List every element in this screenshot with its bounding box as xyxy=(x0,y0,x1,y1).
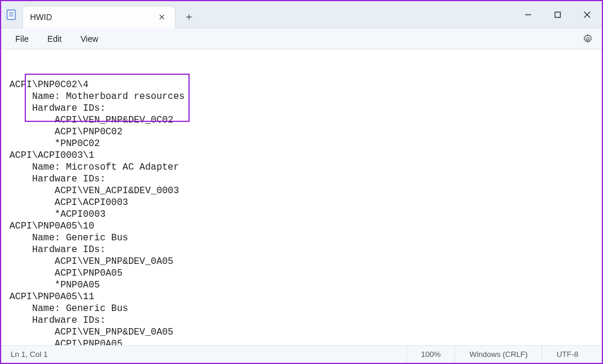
editor-line: ACPI\VEN_ACPI&DEV_0003 xyxy=(9,185,597,197)
menu-edit[interactable]: Edit xyxy=(39,32,70,46)
close-window-button[interactable] xyxy=(572,1,602,28)
editor-line: ACPI\PNP0C02 xyxy=(9,126,597,138)
text-editor[interactable]: ACPI\PNP0C02\4 Name: Motherboard resourc… xyxy=(1,49,602,345)
editor-line: ACPI\PNP0C02\4 xyxy=(9,79,597,91)
editor-line: ACPI\PNP0A05 xyxy=(9,267,597,279)
status-zoom[interactable]: 100% xyxy=(406,346,455,363)
editor-line: *PNP0A05 xyxy=(9,279,597,291)
editor-line: ACPI\PNP0A05\10 xyxy=(9,220,597,232)
editor-line: ACPI\ACPI0003\1 xyxy=(9,150,597,161)
status-line-ending[interactable]: Windows (CRLF) xyxy=(455,346,542,363)
editor-line: ACPI\PNP0A05 xyxy=(9,338,597,345)
svg-point-8 xyxy=(587,37,589,40)
new-tab-button[interactable]: ＋ xyxy=(179,6,199,27)
settings-button[interactable] xyxy=(579,31,596,47)
maximize-button[interactable] xyxy=(543,1,572,28)
menu-file[interactable]: File xyxy=(7,32,37,46)
menu-view[interactable]: View xyxy=(72,32,107,46)
statusbar: Ln 1, Col 1 100% Windows (CRLF) UTF-8 xyxy=(1,345,602,363)
window-controls xyxy=(513,1,602,28)
editor-line: Name: Generic Bus xyxy=(9,303,597,315)
document-tab[interactable]: HWID ✕ xyxy=(22,6,175,28)
editor-line: Name: Generic Bus xyxy=(9,232,597,244)
menubar: File Edit View xyxy=(1,28,602,49)
titlebar: HWID ✕ ＋ xyxy=(1,1,602,28)
status-encoding[interactable]: UTF-8 xyxy=(542,346,592,363)
editor-line: *ACPI0003 xyxy=(9,209,597,220)
editor-line: ACPI\VEN_PNP&DEV_0A05 xyxy=(9,256,597,267)
editor-line: ACPI\VEN_PNP&DEV_0A05 xyxy=(9,326,597,338)
editor-line: Hardware IDs: xyxy=(9,244,597,256)
notepad-icon xyxy=(5,8,18,21)
editor-line: Hardware IDs: xyxy=(9,102,597,114)
editor-line: ACPI\VEN_PNP&DEV_0C02 xyxy=(9,114,597,126)
editor-line: *PNP0C02 xyxy=(9,138,597,150)
tab-title: HWID xyxy=(30,12,151,22)
editor-line: Hardware IDs: xyxy=(9,315,597,326)
minimize-button[interactable] xyxy=(513,1,543,28)
editor-line: Name: Microsoft AC Adapter xyxy=(9,161,597,173)
editor-line: Name: Motherboard resources xyxy=(9,91,597,102)
editor-line: ACPI\ACPI0003 xyxy=(9,197,597,209)
editor-line: ACPI\PNP0A05\11 xyxy=(9,291,597,303)
svg-rect-0 xyxy=(7,10,15,19)
status-cursor-position: Ln 1, Col 1 xyxy=(11,346,62,363)
svg-rect-5 xyxy=(555,12,561,17)
close-tab-icon[interactable]: ✕ xyxy=(156,11,168,23)
editor-line: Hardware IDs: xyxy=(9,173,597,185)
